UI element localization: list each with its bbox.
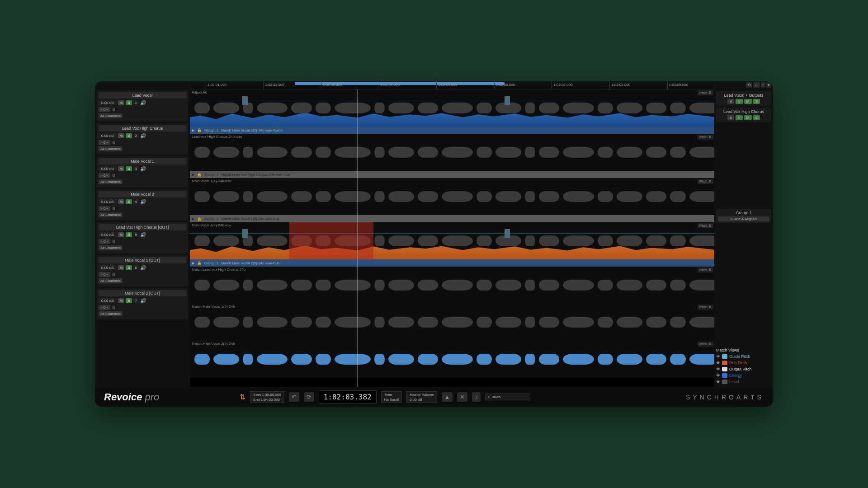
track-lane[interactable]: Male Vocal 1(4)-24b.wav Pitch ⇕ <box>190 178 714 215</box>
eye-icon[interactable]: 👁 <box>716 380 720 384</box>
tool-icon[interactable]: ⟲ <box>746 82 752 88</box>
eye-icon[interactable]: 👁 <box>716 373 720 378</box>
track-header[interactable]: Male Vocal 2 0.00 dB M S 4 🔊 > 0 < ⚙ All… <box>97 189 188 221</box>
gear-icon[interactable]: ⚙ <box>112 305 116 310</box>
playhead[interactable] <box>358 89 358 387</box>
track-lane[interactable]: Male Vocal 2(4)-24b.wav Pitch ⇕ <box>190 222 714 259</box>
pitch-tag[interactable]: Pitch ⇕ <box>698 90 713 95</box>
track-header[interactable]: Male Vocal 1 [OUT] 0.00 dB M S 6 🔊 > 0 <… <box>97 255 188 286</box>
track-db[interactable]: 0.00 dB <box>99 199 117 204</box>
tracks-container[interactable]: Adjust:A0 Pitch ⇕▶🔒Group: 1Match:Male Vo… <box>190 89 714 387</box>
track-lane[interactable]: Match:Lead vox High Chorus-24b Pitch ⇕ <box>190 267 714 304</box>
track-db[interactable]: 0.00 dB <box>99 166 117 171</box>
solo-button[interactable]: S <box>126 166 132 171</box>
mute-button[interactable]: M <box>118 265 125 270</box>
channels-select[interactable]: All Channels <box>99 278 123 283</box>
pitch-tag[interactable]: Pitch ⇕ <box>698 305 713 310</box>
group-bar[interactable]: ▶🔒Group: 1Match:Lead vox High Chorus-24b… <box>190 171 714 178</box>
output-btn-m[interactable]: M <box>744 99 752 104</box>
pan-value[interactable]: > 0 < <box>99 272 110 277</box>
volume-icon[interactable]: 🔊 <box>140 265 146 271</box>
volume-icon[interactable]: 🔊 <box>140 166 146 172</box>
track-db[interactable]: 0.00 dB <box>99 133 117 138</box>
volume-icon[interactable]: 🔊 <box>140 100 146 106</box>
tool-icon[interactable]: ↔ <box>753 82 760 88</box>
track-lane[interactable]: Match:Male Vocal 2(5)-24b Pitch ⇕ <box>190 341 714 378</box>
pan-value[interactable]: > 0 < <box>99 107 110 112</box>
track-header[interactable]: Male Vocal 2 [OUT] 0.00 dB M S 7 🔊 > 0 <… <box>97 288 188 319</box>
channels-select[interactable]: All Channels <box>99 179 123 184</box>
link-icon[interactable]: ⇅ <box>240 393 245 401</box>
group-bar[interactable]: ▶🔒Group: 1Match:Male Vocal 2(5)-24b.wav-… <box>190 127 714 134</box>
volume-icon[interactable]: 🔊 <box>140 133 146 139</box>
pitch-tag[interactable]: Pitch ⇕ <box>698 342 713 347</box>
solo-button[interactable]: S <box>126 199 132 204</box>
output-btn-v[interactable]: V <box>736 115 742 120</box>
match-view-item[interactable]: 👁Guide Pitch <box>716 353 771 360</box>
gear-icon[interactable]: ⚙ <box>112 173 116 178</box>
gear-icon[interactable]: ⚙ <box>112 239 116 244</box>
track-name[interactable]: Lead Vox High Chorus <box>99 125 186 131</box>
channels-select[interactable]: All Channels <box>99 146 123 151</box>
play-icon[interactable]: ▶ <box>192 128 194 132</box>
timeline-ruler[interactable]: 1:02:01.0001:02:02.0001:02:03.0001:02:04… <box>190 81 714 89</box>
play-icon[interactable]: ▶ <box>192 261 194 265</box>
channels-select[interactable]: All Channels <box>99 245 123 250</box>
channels-select[interactable]: All Channels <box>99 311 123 316</box>
track-name[interactable]: Male Vocal 2 [OUT] <box>99 290 186 296</box>
track-db[interactable]: 0.00 dB <box>99 232 117 237</box>
track-db[interactable]: 0.00 dB <box>99 298 117 303</box>
group-bar[interactable]: ▶🔒Group: 1Match:Male Vocal 2(5)-24b.wav-… <box>190 259 714 267</box>
selection-region[interactable] <box>289 222 373 259</box>
solo-button[interactable]: S <box>126 232 132 237</box>
channels-select[interactable]: All Channels <box>99 113 123 118</box>
track-name[interactable]: Male Vocal 1 [OUT] <box>99 257 186 263</box>
pitch-tag[interactable]: Pitch ⇕ <box>698 223 713 228</box>
track-header[interactable]: Lead Vox High Chorus [OUT] 0.00 dB M S 5… <box>97 222 188 253</box>
track-db[interactable]: 0.00 dB <box>99 100 117 105</box>
pan-value[interactable]: > 0 < <box>99 173 110 178</box>
volume-icon[interactable]: 🔊 <box>140 232 146 238</box>
mute-button[interactable]: M <box>118 133 125 138</box>
channels-select[interactable]: All Channels <box>99 212 123 217</box>
track-name[interactable]: Lead Vocal <box>99 92 186 99</box>
gear-icon[interactable]: ⚙ <box>112 140 116 145</box>
output-btn-a[interactable]: A <box>727 99 734 104</box>
match-view-item[interactable]: 👁Level <box>716 379 771 385</box>
pan-value[interactable]: > 0 < <box>99 239 110 244</box>
pitch-tag[interactable]: Pitch ⇕ <box>698 179 713 184</box>
eye-icon[interactable]: 👁 <box>716 354 720 359</box>
track-lane[interactable]: Match:Male Vocal 1(5)-24b Pitch ⇕ <box>190 304 714 341</box>
output-btn-a[interactable]: A <box>727 115 734 120</box>
track-lane[interactable]: Lead vox High Chorus-24b.wav Pitch ⇕ <box>190 134 714 171</box>
match-view-item[interactable]: 👁Dub Pitch <box>716 360 771 366</box>
gear-icon[interactable]: ⚙ <box>112 272 116 277</box>
tool-icon[interactable]: ↕ <box>761 82 766 88</box>
track-db[interactable]: 0.00 dB <box>99 265 117 270</box>
pan-value[interactable]: > 0 < <box>99 206 110 211</box>
metronome-icon[interactable]: ▲ <box>442 392 453 402</box>
pan-value[interactable]: > 0 < <box>99 140 110 145</box>
tune-icon[interactable]: ♪ <box>472 392 481 402</box>
pitch-tag[interactable]: Pitch ⇕ <box>698 135 713 140</box>
track-header[interactable]: Male Vocal 1 0.00 dB M S 3 🔊 > 0 < ⚙ All… <box>97 156 188 188</box>
output-btn-v[interactable]: V <box>736 99 742 104</box>
solo-button[interactable]: S <box>126 298 132 303</box>
tool-icon[interactable]: ▾ <box>766 82 771 88</box>
play-icon[interactable]: ▶ <box>192 173 194 177</box>
solo-button[interactable]: S <box>126 265 132 270</box>
eye-icon[interactable]: 👁 <box>716 361 720 365</box>
output-btn-m[interactable]: M <box>744 115 752 120</box>
loop-button[interactable]: ⟳ <box>304 392 314 402</box>
track-name[interactable]: Male Vocal 2 <box>99 191 186 197</box>
mute-button[interactable]: M <box>118 298 125 303</box>
output-btn-s[interactable]: S <box>753 115 760 120</box>
output-btn-s[interactable]: S <box>753 99 760 104</box>
mute-button[interactable]: M <box>118 100 125 105</box>
match-view-item[interactable]: 👁Energy <box>716 372 771 379</box>
pan-value[interactable]: > 0 < <box>99 305 110 310</box>
track-header[interactable]: Lead Vox High Chorus 0.00 dB M S 2 🔊 > 0… <box>97 123 188 155</box>
time-mode-box[interactable]: TimeNo Scroll <box>381 391 402 403</box>
gear-icon[interactable]: ⚙ <box>112 107 116 112</box>
play-icon[interactable]: ▶ <box>192 217 194 221</box>
